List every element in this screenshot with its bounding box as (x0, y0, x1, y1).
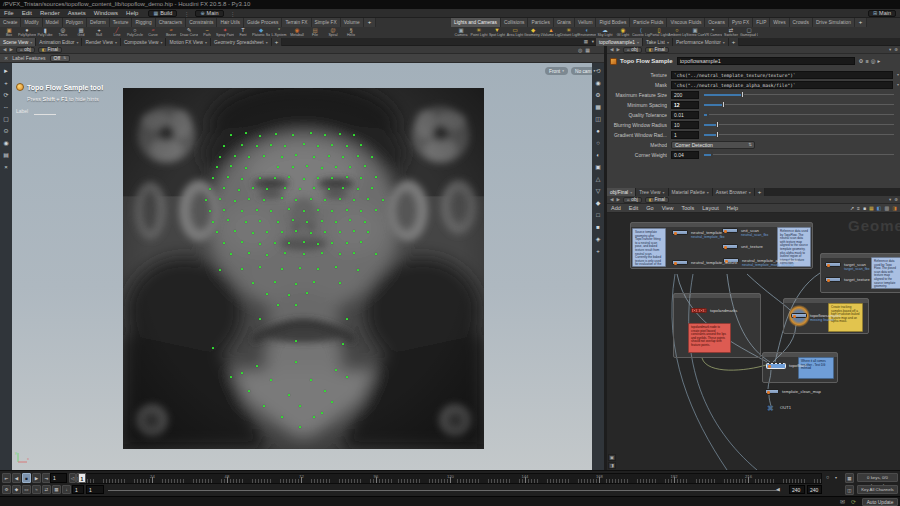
shelf-tab-particles[interactable]: Particles (528, 18, 553, 27)
display-option-icon-12[interactable]: □ (594, 211, 603, 220)
viewport-tool-icon-0[interactable]: ► (2, 67, 11, 76)
view-selector-pill[interactable]: Front ▾ (545, 67, 568, 75)
viewport-tool-icon-2[interactable]: ⟳ (2, 91, 11, 100)
menu-edit[interactable]: Edit (18, 9, 36, 18)
shelf-tab-polygon[interactable]: Polygon (63, 18, 87, 27)
shelf-tool-file[interactable]: ▤File (306, 27, 324, 38)
transport-jump-start-button[interactable]: ⇤ (2, 473, 11, 483)
shelf-tool-bezier[interactable]: ≈Bezier (162, 27, 180, 38)
back-arrow-icon[interactable]: ◀ (610, 197, 613, 202)
shelf-tab-drive-simulation[interactable]: Drive Simulation (813, 18, 855, 27)
shelf-tab-model[interactable]: Model (43, 18, 63, 27)
viewport-tool-icon-4[interactable]: ▢ (2, 115, 11, 124)
shelf-tool-torus[interactable]: ◎Torus (54, 27, 72, 38)
display-option-icon-8[interactable]: ▣ (594, 163, 603, 172)
anim-option-icon-0[interactable]: ⚙ (2, 485, 11, 494)
anim-option-icon-1[interactable]: ◆ (12, 485, 21, 494)
node-out1[interactable]: ✖ (767, 405, 777, 410)
shelf-tool-font[interactable]: TFont (234, 27, 252, 38)
shelf-tool-platonic-solids[interactable]: ◆Platonic Solids (252, 27, 270, 38)
shelf-tool-distant-light[interactable]: ☀Distant Light (560, 27, 578, 38)
param-field-mask[interactable]: `chs("../neutral_template_alpha_mask/fil… (671, 81, 893, 89)
param-breadcrumb-final[interactable]: ◧ Final (645, 47, 669, 53)
network-toolbar-icon-4[interactable]: ◧ (877, 205, 882, 211)
close-icon[interactable]: ✕ (4, 55, 8, 61)
node-unit-texture[interactable] (722, 244, 738, 249)
pane-tab-geometry-spreadsheet[interactable]: Geometry Spreadsheet▾ (211, 38, 272, 46)
param-value-quality-tolerance[interactable]: 0.01 (671, 111, 699, 119)
sticky-note[interactable]: Reference data used by Topo Flow. The po… (871, 257, 900, 289)
network-menu-layout[interactable]: Layout (698, 205, 723, 211)
shelf-tab-particle-fluids[interactable]: Particle Fluids (630, 18, 667, 27)
display-option-icon-9[interactable]: △ (594, 175, 603, 184)
node-topolandmarks[interactable] (691, 308, 707, 313)
shelf-tab-add[interactable]: + (364, 18, 377, 27)
display-option-icon-10[interactable]: ▽ (594, 187, 603, 196)
shelf-tool-volume-light[interactable]: ▲Volume Light (542, 27, 560, 38)
param-value-gradient-window-rad[interactable]: 1 (671, 131, 699, 139)
snap-icon[interactable]: ◎ (578, 47, 582, 53)
shelf-tool-area-light[interactable]: ▭Area Light (506, 27, 524, 38)
shelf-tab-constraints[interactable]: Constraints (186, 18, 217, 27)
shelf-tab-texture[interactable]: Texture (110, 18, 133, 27)
display-option-icon-1[interactable]: ◉ (594, 79, 603, 88)
network-overview-button[interactable]: ▣ (608, 454, 616, 461)
display-option-icon-15[interactable]: + (594, 247, 603, 256)
shelf-tool-metaball[interactable]: ◉Metaball (288, 27, 306, 38)
network-menu-edit[interactable]: Edit (625, 205, 642, 211)
shelf-tab-modify[interactable]: Modify (21, 18, 42, 27)
param-menu-method[interactable]: Corner Detection⇅ (671, 141, 755, 149)
shelf-tab-add[interactable]: + (855, 18, 868, 27)
shelf-tool-gi-light[interactable]: ◉GI Light (614, 27, 632, 38)
pane-tab-scene-view[interactable]: Scene View▾ (0, 38, 36, 46)
shelf-tool-stereo-camera[interactable]: ▣Stereo Camera (686, 27, 704, 38)
range-substart-field[interactable]: 1 (86, 485, 104, 494)
breadcrumb-obj[interactable]: ⌂ obj (16, 47, 35, 53)
slider-handle[interactable] (716, 121, 719, 128)
shelf-tool-environment-light[interactable]: ◐Environment Light (578, 27, 596, 38)
param-slider-blurring-window-radius[interactable] (704, 121, 894, 129)
sticky-note[interactable]: Where it all comes together - Test DG me… (798, 357, 834, 379)
node-template-clean-map[interactable] (765, 389, 779, 394)
pane-tab-topoflowsample1[interactable]: topoflowsample1▾ (596, 38, 643, 46)
display-option-icon-2[interactable]: ⚙ (594, 91, 603, 100)
add-icon[interactable]: ⊕ (894, 47, 898, 52)
param-slider-gradient-window-rad[interactable] (704, 131, 894, 139)
shelf-tab-guide-process[interactable]: Guide Process (244, 18, 282, 27)
shelf-tool-polysphere[interactable]: ●PolySphere (18, 27, 36, 38)
range-start-field[interactable]: 1 (72, 485, 84, 494)
shelf-tool-grid[interactable]: ▦Grid (72, 27, 90, 38)
transport-step-back-button[interactable]: ◀ (12, 473, 21, 483)
shelf-tab-rigging[interactable]: Rigging (132, 18, 155, 27)
param-value-minimum-spacing[interactable]: 12 (671, 101, 699, 109)
network-menu-view[interactable]: View (658, 205, 678, 211)
timeline-range-button[interactable]: ◫ (845, 485, 854, 495)
shelf-tool-switcher[interactable]: ⇄Switcher (722, 27, 740, 38)
shelf-tab-pyro-fx[interactable]: Pyro FX (729, 18, 753, 27)
node-unit-scan[interactable] (722, 228, 738, 233)
viewport-tool-icon-7[interactable]: ▤ (2, 151, 11, 160)
shelf-tab-collisions[interactable]: Collisions (501, 18, 529, 27)
prev-key-button[interactable]: ◁ (69, 473, 76, 483)
forward-arrow-icon[interactable]: ▶ (9, 47, 12, 52)
shelf-tool-null[interactable]: +Null (90, 27, 108, 38)
network-canvas[interactable]: Geometry ▣ ◨ Source template geometry af… (607, 213, 900, 470)
key-all-channels-button[interactable]: Key All Channels (857, 485, 898, 494)
param-field-texture[interactable]: `chs("../neutral_template_texture/textur… (671, 71, 893, 79)
shelf-tool-helix[interactable]: §Helix (342, 27, 360, 38)
shelf-tab-lights-and-cameras[interactable]: Lights and Cameras (451, 18, 501, 27)
network-toolbar-icon-5[interactable]: ▥ (885, 205, 890, 211)
param-value-maximum-feature-size[interactable]: 200 (671, 91, 699, 99)
pane-tab-motion-fx-view[interactable]: Motion FX View▾ (166, 38, 211, 46)
menu-help[interactable]: Help (122, 9, 142, 18)
viewport-tool-icon-3[interactable]: ⇔ (2, 103, 11, 112)
pane-tab-render-view[interactable]: Render View▾ (82, 38, 120, 46)
shelf-tab-hair-utils[interactable]: Hair Utils (217, 18, 243, 27)
display-option-icon-7[interactable]: ◐ (594, 151, 603, 160)
shelf-tool-portal-light[interactable]: ▯Portal Light (650, 27, 668, 38)
label-features-dropdown[interactable]: Off ⇅ (50, 55, 71, 62)
playhead[interactable]: 1 (78, 473, 86, 483)
auto-update-selector[interactable]: Auto Update (862, 498, 898, 506)
shelf-tool-camera[interactable]: ▣Camera (452, 27, 470, 38)
timeline-ruler[interactable]: 24487296120144168192216 (80, 473, 822, 484)
